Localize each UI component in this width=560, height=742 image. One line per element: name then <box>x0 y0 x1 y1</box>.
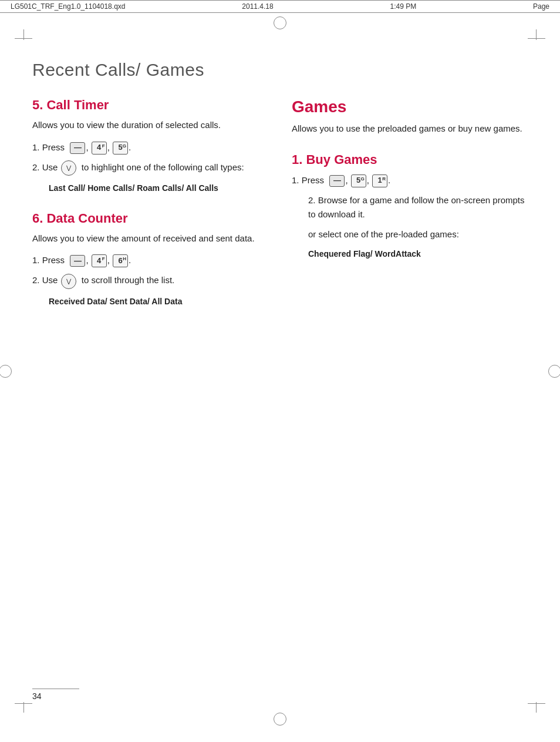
registration-mark-left <box>0 365 12 378</box>
dc-step1-label: 1. Press <box>32 253 65 267</box>
header-time: 1:49 PM <box>390 2 416 11</box>
buy-games-step2: 2. Browse for a game and follow the on-s… <box>308 193 528 221</box>
header-bar: LG501C_TRF_Eng1.0_1104018.qxd 2011.4.18 … <box>0 0 560 13</box>
left-column: 5. Call Timer Allows you to view the dur… <box>32 98 268 308</box>
buy-games-list: Chequered Flag/ WordAttack <box>308 247 528 260</box>
header-label: Page <box>533 2 549 11</box>
step1-label: 1. Press <box>32 140 65 155</box>
page-title: Recent Calls/ Games <box>32 60 528 80</box>
bg-step1-label: 1. Press <box>292 173 324 187</box>
registration-mark-bottom <box>274 713 286 726</box>
call-timer-intro: Allows you to view the duration of selec… <box>32 119 268 132</box>
section-heading-data-counter: 6. Data Counter <box>32 211 268 226</box>
nav-key-round-2: ⋁ <box>61 274 76 289</box>
key-dash-1: — <box>70 142 85 154</box>
call-timer-step1: 1. Press —, F4, G5. <box>32 140 268 155</box>
data-counter-step2: 2. Use ⋁ to scroll through the list. <box>32 273 268 288</box>
key-1r: R1 <box>372 174 387 187</box>
key-dash-3: — <box>329 175 345 187</box>
page-number: 34 <box>32 691 42 701</box>
section-games-intro: Games Allows you to use the preloaded ga… <box>292 98 528 136</box>
trim-mark <box>536 29 537 40</box>
section-heading-call-timer: 5. Call Timer <box>32 98 268 113</box>
bottom-divider <box>32 689 79 689</box>
key-4f: F4 <box>92 142 107 155</box>
key-5g-2: G5 <box>351 174 366 187</box>
step2-label: 2. Use <box>32 160 58 174</box>
call-timer-step2: 2. Use ⋁ to highlight one of the followi… <box>32 160 268 176</box>
section-call-timer: 5. Call Timer Allows you to view the dur… <box>32 98 268 194</box>
right-column: Games Allows you to use the preloaded ga… <box>292 98 528 308</box>
bg-step1-keys: —, G5, R1. <box>324 173 528 187</box>
trim-mark <box>528 38 545 39</box>
trim-mark <box>23 702 24 713</box>
trim-mark <box>536 702 537 713</box>
buy-games-step1: 1. Press —, G5, R1. <box>292 173 528 187</box>
header-filename: LG501C_TRF_Eng1.0_1104018.qxd <box>11 2 125 11</box>
dc-step2-label: 2. Use <box>32 273 58 287</box>
dc-step1-keys: —, F4, H6. <box>65 253 268 267</box>
section-buy-games: 1. Buy Games 1. Press —, G5, R1. 2. Brow… <box>292 152 528 260</box>
games-intro: Allows you to use the preloaded games or… <box>292 122 528 136</box>
trim-mark <box>23 29 24 40</box>
section-data-counter: 6. Data Counter Allows you to view the a… <box>32 211 268 308</box>
section-heading-games: Games <box>292 98 528 116</box>
section-heading-buy-games: 1. Buy Games <box>292 152 528 167</box>
key-4f-2: F4 <box>92 254 107 267</box>
two-column-layout: 5. Call Timer Allows you to view the dur… <box>32 98 528 308</box>
registration-mark-top <box>274 16 286 29</box>
step2-body: ⋁ to highlight one of the following call… <box>58 160 268 176</box>
page-content: Recent Calls/ Games 5. Call Timer Allows… <box>32 13 528 308</box>
trim-mark <box>528 703 545 704</box>
buy-games-or-select: or select one of the pre-loaded games: <box>308 227 528 241</box>
data-counter-intro: Allows you to view the amount of receive… <box>32 232 268 246</box>
key-dash-2: — <box>70 255 85 267</box>
data-counter-list: Received Data/ Sent Data/ All Data <box>49 295 268 308</box>
step1-keys: —, F4, G5. <box>65 140 268 155</box>
key-6h: H6 <box>113 254 128 267</box>
dc-step2-body: ⋁ to scroll through the list. <box>58 273 268 288</box>
registration-mark-right <box>548 365 560 378</box>
data-counter-step1: 1. Press —, F4, H6. <box>32 253 268 267</box>
nav-key-round: ⋁ <box>61 160 76 176</box>
call-timer-list: Last Call/ Home Calls/ Roam Calls/ All C… <box>49 182 268 194</box>
key-5g: G5 <box>113 142 128 155</box>
header-date: 2011.4.18 <box>242 2 273 11</box>
